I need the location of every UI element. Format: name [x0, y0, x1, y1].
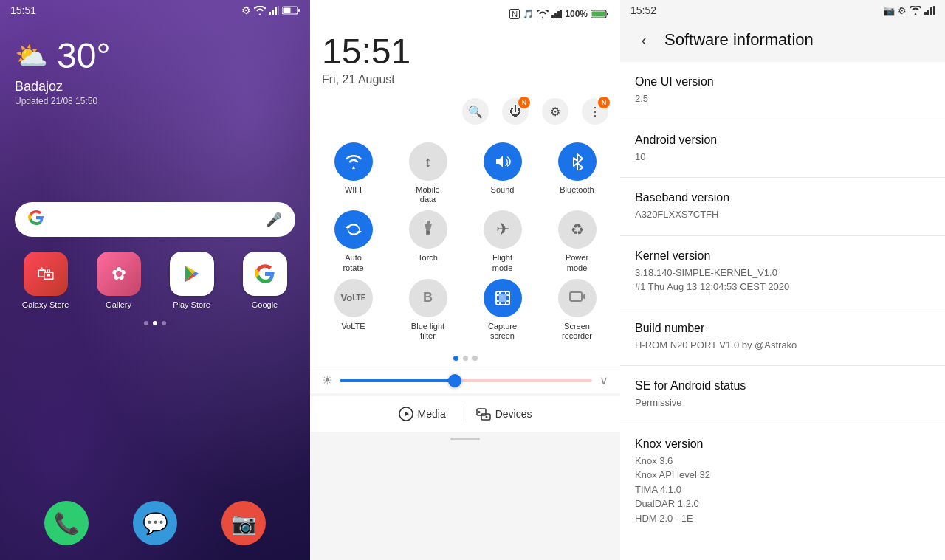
baseband-label: Baseband version	[635, 191, 930, 204]
dock-messages[interactable]: 💬	[133, 501, 177, 545]
svg-rect-5	[298, 9, 300, 12]
one-ui-value: 2.5	[635, 91, 930, 106]
gallery-label: Gallery	[106, 300, 131, 309]
tile-power-mode[interactable]: ♻ Powermode	[543, 210, 611, 272]
sound-tile-icon	[484, 142, 522, 181]
svg-rect-12	[607, 13, 608, 15]
brightness-expand-btn[interactable]: ∨	[599, 373, 608, 387]
app-galaxy-store[interactable]: 🛍 Galaxy Store	[15, 252, 76, 309]
tile-bluetooth[interactable]: Bluetooth	[543, 142, 611, 204]
media-btn[interactable]: Media	[399, 407, 446, 421]
media-play-icon	[399, 407, 413, 421]
svg-rect-3	[278, 6, 279, 15]
gallery-icon: ✿	[97, 252, 141, 296]
tile-mobile-data[interactable]: ↕ Mobiledata	[394, 142, 462, 204]
brightness-slider[interactable]	[340, 379, 592, 382]
qs-power-btn[interactable]: ⏻ N	[502, 98, 529, 125]
signal-status-icon	[551, 10, 562, 18]
power-mode-tile-icon: ♻	[558, 210, 597, 249]
info-row-one-ui: One UI version 2.5	[620, 62, 945, 120]
google-icon	[243, 252, 287, 296]
screen-recorder-tile-icon	[558, 279, 597, 317]
qs-time-block: 15:51 Fri, 21 August	[310, 22, 620, 92]
app-grid: 🛍 Galaxy Store ✿ Gallery Play Store	[0, 252, 310, 309]
home-status-bar: 15:51 ⚙	[0, 0, 310, 21]
tile-sound[interactable]: Sound	[468, 142, 537, 204]
svg-rect-2	[275, 7, 277, 15]
android-value: 10	[635, 150, 930, 165]
qs-drag-handle[interactable]	[450, 438, 480, 440]
svg-point-22	[478, 411, 480, 413]
play-store-icon	[170, 252, 214, 296]
phone-icon: 📞	[44, 501, 89, 545]
knox-value: Knox 3.6 Knox API level 32 TIMA 4.1.0 Du…	[635, 454, 930, 526]
tile-capture-screen[interactable]: Capturescreen	[468, 279, 537, 341]
flight-mode-tile-icon: ✈	[484, 210, 522, 249]
dock-camera[interactable]: 📷	[221, 501, 266, 545]
capture-screen-tile-icon	[484, 279, 522, 317]
wifi-status-icon	[537, 10, 549, 18]
tile-blue-light[interactable]: B Blue lightfilter	[394, 279, 462, 341]
svg-rect-18	[570, 292, 582, 301]
info-status-bar: 15:52 📷 ⚙	[620, 0, 945, 21]
qs-settings-btn[interactable]: ⚙	[542, 98, 568, 125]
media-label: Media	[418, 408, 446, 420]
auto-rotate-tile-label: Autorotate	[343, 253, 363, 272]
weather-widget: ⛅ 30° Badajoz Updated 21/08 15:50	[0, 21, 310, 114]
qs-media-row: Media Devices	[310, 396, 620, 432]
app-google[interactable]: Google	[234, 252, 295, 309]
devices-btn[interactable]: Devices	[476, 407, 532, 421]
info-row-kernel: Kernel version 3.18.140-SIMPLE-KERNEL_V1…	[620, 236, 945, 308]
svg-rect-17	[499, 294, 506, 302]
info-header: ‹ Software information	[620, 21, 945, 62]
tile-screen-recorder[interactable]: Screenrecorder	[543, 279, 611, 341]
volte-tile-icon: VoLTE	[334, 279, 373, 317]
qs-more-btn[interactable]: ⋮ N	[582, 98, 608, 125]
page-dots	[0, 321, 310, 325]
dock-phone[interactable]: 📞	[44, 501, 89, 545]
android-label: Android version	[635, 134, 930, 147]
app-play-store[interactable]: Play Store	[161, 252, 222, 309]
one-ui-label: One UI version	[635, 75, 930, 89]
tile-wifi[interactable]: WIFI	[319, 142, 388, 204]
camera-icon: 📷	[221, 501, 266, 545]
wifi-icon	[254, 6, 266, 15]
brightness-thumb[interactable]	[448, 374, 461, 387]
qs-date: Fri, 21 August	[322, 73, 608, 86]
software-info-panel: 15:52 📷 ⚙ ‹ Software information One UI …	[620, 0, 945, 560]
qs-dot-3	[472, 356, 478, 361]
svg-rect-8	[554, 13, 557, 18]
tile-flight-mode[interactable]: ✈ Flightmode	[468, 210, 537, 272]
weather-updated: Updated 21/08 15:50	[15, 96, 295, 106]
nfc-icon: N	[509, 9, 520, 19]
info-row-knox: Knox version Knox 3.6 Knox API level 32 …	[620, 424, 945, 539]
back-button[interactable]: ‹	[632, 28, 656, 52]
media-divider	[461, 407, 461, 421]
search-bar[interactable]: 🎤	[15, 202, 295, 237]
weather-icon: ⛅	[15, 41, 48, 72]
app-gallery[interactable]: ✿ Gallery	[88, 252, 149, 309]
devices-label: Devices	[495, 408, 532, 420]
settings-icon[interactable]: ⚙	[241, 4, 251, 16]
page-title: Software information	[664, 30, 814, 49]
signal-icon	[269, 6, 279, 15]
qs-dot-1	[453, 356, 458, 361]
svg-rect-24	[924, 12, 927, 15]
mic-icon[interactable]: 🎤	[266, 212, 282, 228]
dot-1	[144, 321, 148, 325]
info-settings-icon: ⚙	[898, 5, 907, 16]
qs-status-bar: N 🎵 100%	[322, 6, 608, 22]
volte-tile-label: VoLTE	[341, 322, 365, 331]
city-name: Badajoz	[15, 79, 295, 94]
tile-torch[interactable]: Torch	[394, 210, 462, 272]
svg-rect-0	[269, 12, 271, 15]
qs-time: 15:51	[322, 31, 608, 72]
qs-search-btn[interactable]: 🔍	[462, 98, 489, 125]
tile-volte[interactable]: VoLTE VoLTE	[319, 279, 388, 341]
battery-status-icon	[591, 10, 608, 18]
auto-rotate-tile-icon	[334, 210, 373, 249]
svg-rect-27	[933, 6, 935, 15]
tile-auto-rotate[interactable]: Autorotate	[319, 210, 388, 272]
knox-label: Knox version	[635, 438, 930, 451]
torch-tile-icon	[409, 210, 447, 249]
